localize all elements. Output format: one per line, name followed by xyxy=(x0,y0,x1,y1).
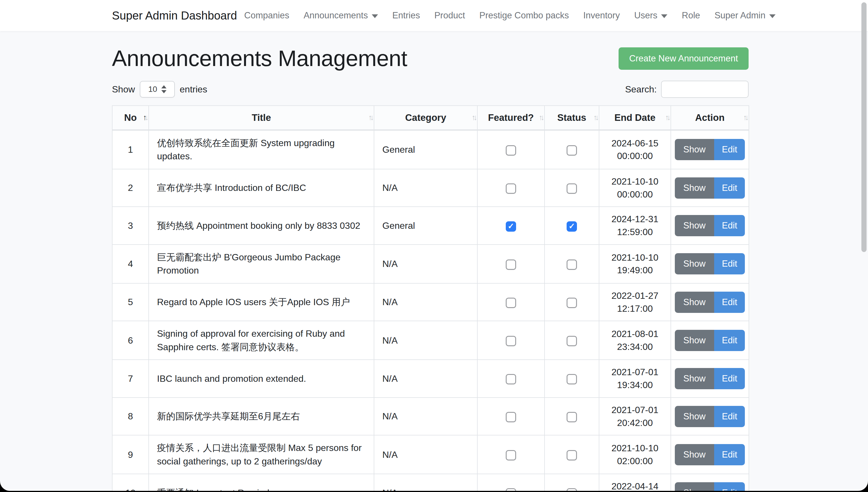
nav-item-super-admin[interactable]: Super Admin xyxy=(707,10,775,21)
col-header-featured[interactable]: Featured?↑↓ xyxy=(477,106,545,130)
cell-no: 9 xyxy=(112,435,149,474)
edit-button[interactable]: Edit xyxy=(714,292,745,313)
cell-title: Signing of approval for exercising of Ru… xyxy=(149,321,374,360)
cell-end-date: 2022-01-2712:17:00 xyxy=(599,283,671,321)
show-button[interactable]: Show xyxy=(675,406,714,427)
featured-checkbox[interactable] xyxy=(506,298,516,308)
edit-button[interactable]: Edit xyxy=(714,177,745,199)
show-button[interactable]: Show xyxy=(675,482,714,491)
entries-label: entries xyxy=(180,84,207,95)
featured-checkbox[interactable] xyxy=(506,336,516,346)
edit-button[interactable]: Edit xyxy=(714,253,745,274)
featured-checkbox[interactable] xyxy=(506,221,516,232)
nav-item-inventory[interactable]: Inventory xyxy=(576,10,627,21)
page-length-control: Show 10 entries xyxy=(112,81,207,98)
edit-button[interactable]: Edit xyxy=(714,215,745,236)
cell-featured xyxy=(477,169,545,207)
nav-item-product[interactable]: Product xyxy=(427,10,472,21)
status-checkbox[interactable] xyxy=(567,374,577,384)
page-title: Announcements Management xyxy=(112,45,407,72)
cell-category: N/A xyxy=(374,245,477,283)
cell-end-date: 2021-07-0120:42:00 xyxy=(599,398,671,436)
cell-title: Regard to Apple IOS users 关于Apple IOS 用户 xyxy=(149,283,374,321)
cell-featured xyxy=(477,435,545,474)
nav-item-users[interactable]: Users xyxy=(627,10,674,21)
cell-status xyxy=(545,207,599,245)
brand-link[interactable]: Super Admin Dashboard xyxy=(112,9,237,22)
status-checkbox[interactable] xyxy=(567,336,577,346)
status-checkbox[interactable] xyxy=(567,221,577,232)
featured-checkbox[interactable] xyxy=(506,260,516,270)
table-row: 1 优创特致系统在全面更新 System upgrading updates. … xyxy=(112,130,749,169)
page-length-select[interactable]: 10 xyxy=(140,81,175,98)
sort-icon: ↑↓ xyxy=(472,113,475,122)
featured-checkbox[interactable] xyxy=(506,374,516,384)
cell-action: ShowEdit xyxy=(671,169,749,207)
status-checkbox[interactable] xyxy=(567,412,577,422)
cell-no: 6 xyxy=(112,321,149,360)
create-new-announcement-button[interactable]: Create New Announcement xyxy=(619,47,749,70)
sort-icon: ↑↓ xyxy=(665,113,669,122)
show-button[interactable]: Show xyxy=(675,330,714,351)
nav-item-prestige-combo-packs[interactable]: Prestige Combo packs xyxy=(472,10,576,21)
nav-item-role[interactable]: Role xyxy=(674,10,707,21)
edit-button[interactable]: Edit xyxy=(714,444,745,465)
cell-featured xyxy=(477,245,545,283)
cell-category: N/A xyxy=(374,321,477,360)
sort-icon: ↑↓ xyxy=(368,113,372,122)
nav-item-companies[interactable]: Companies xyxy=(237,10,297,21)
show-button[interactable]: Show xyxy=(675,444,714,465)
cell-status xyxy=(545,245,599,283)
status-checkbox[interactable] xyxy=(567,260,577,270)
status-checkbox[interactable] xyxy=(567,450,577,461)
cell-no: 4 xyxy=(112,245,149,283)
cell-title: 巨无霸配套出炉 B'Gorgeous Jumbo Package Promoti… xyxy=(149,245,374,283)
featured-checkbox[interactable] xyxy=(506,183,516,194)
featured-checkbox[interactable] xyxy=(506,412,516,422)
show-label: Show xyxy=(112,84,135,95)
stepper-arrows-icon xyxy=(161,85,167,93)
status-checkbox[interactable] xyxy=(567,298,577,308)
col-header-category[interactable]: Category↑↓ xyxy=(374,106,477,130)
show-button[interactable]: Show xyxy=(675,368,714,389)
cell-featured xyxy=(477,398,545,436)
cell-title: 优创特致系统在全面更新 System upgrading updates. xyxy=(149,130,374,169)
cell-no: 1 xyxy=(112,130,149,169)
show-button[interactable]: Show xyxy=(675,253,714,274)
edit-button[interactable]: Edit xyxy=(714,139,745,160)
show-button[interactable]: Show xyxy=(675,177,714,199)
status-checkbox[interactable] xyxy=(567,183,577,194)
nav-item-announcements[interactable]: Announcements xyxy=(297,10,385,21)
col-header-no[interactable]: No↑↓ xyxy=(112,106,149,130)
show-button[interactable]: Show xyxy=(675,215,714,236)
edit-button[interactable]: Edit xyxy=(714,482,745,491)
cell-category: General xyxy=(374,130,477,169)
cell-action: ShowEdit xyxy=(671,321,749,360)
cell-end-date: 2022-04-1402:15:00 xyxy=(599,474,671,491)
status-checkbox[interactable] xyxy=(567,145,577,155)
table-row: 3 预约热线 Appointment booking only by 8833 … xyxy=(112,207,749,245)
edit-button[interactable]: Edit xyxy=(714,368,745,389)
cell-no: 7 xyxy=(112,360,149,398)
edit-button[interactable]: Edit xyxy=(714,330,745,351)
chevron-down-icon xyxy=(661,14,667,18)
show-button[interactable]: Show xyxy=(675,292,714,313)
status-checkbox[interactable] xyxy=(567,488,577,491)
cell-end-date: 2024-12-3112:59:00 xyxy=(599,207,671,245)
search-input[interactable] xyxy=(661,81,749,98)
nav-item-entries[interactable]: Entries xyxy=(385,10,427,21)
col-header-status[interactable]: Status↑↓ xyxy=(545,106,599,130)
featured-checkbox[interactable] xyxy=(506,450,516,461)
main-content: Announcements Management Create New Anno… xyxy=(112,31,749,491)
show-button[interactable]: Show xyxy=(675,139,714,160)
cell-status xyxy=(545,130,599,169)
cell-end-date: 2021-08-0123:34:00 xyxy=(599,321,671,360)
col-header-end-date[interactable]: End Date↑↓ xyxy=(599,106,671,130)
featured-checkbox[interactable] xyxy=(506,488,516,491)
col-header-action[interactable]: Action↑↓ xyxy=(671,106,749,130)
vertical-scrollbar[interactable] xyxy=(861,2,867,252)
cell-action: ShowEdit xyxy=(671,283,749,321)
featured-checkbox[interactable] xyxy=(506,145,516,155)
col-header-title[interactable]: Title↑↓ xyxy=(149,106,374,130)
edit-button[interactable]: Edit xyxy=(714,406,745,427)
